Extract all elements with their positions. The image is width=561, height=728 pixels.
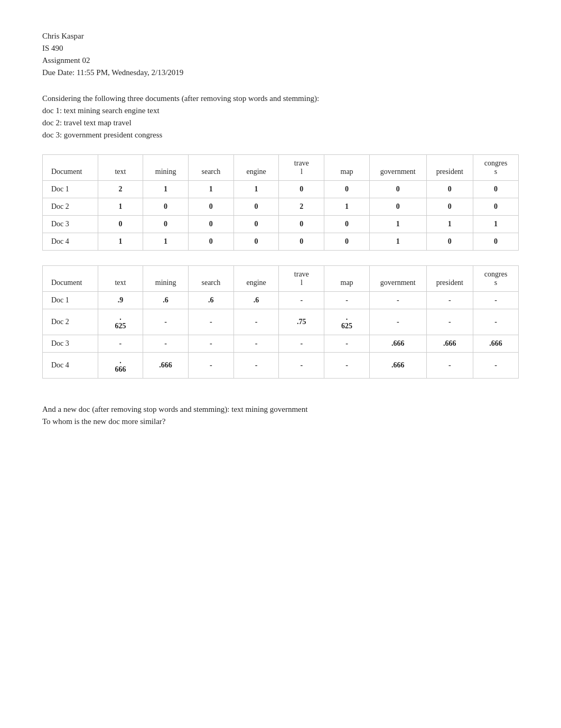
author-name: Chris Kaspar bbox=[42, 32, 519, 41]
table1-cell-0-6: 0 bbox=[324, 181, 370, 198]
table2-cell-0-9: - bbox=[473, 292, 519, 309]
table2-cell-1-1: .625 bbox=[98, 309, 143, 335]
table1-cell-3-1: 1 bbox=[98, 233, 143, 251]
table1-header-7: government bbox=[369, 155, 426, 181]
table1-cell-3-3: 0 bbox=[188, 233, 233, 251]
table2-section: Documenttextminingsearchenginetravelmapg… bbox=[42, 265, 519, 379]
table1-cell-3-2: 1 bbox=[143, 233, 189, 251]
table2-cell-3-0: Doc 4 bbox=[43, 353, 98, 379]
table1-header-6: map bbox=[324, 155, 370, 181]
table2-cell-2-4: - bbox=[233, 335, 279, 353]
intro-line4: doc 3: government president congress bbox=[42, 131, 519, 140]
table1-header-4: engine bbox=[233, 155, 279, 181]
table1-cell-0-7: 0 bbox=[369, 181, 426, 198]
table1-cell-1-7: 0 bbox=[369, 198, 426, 216]
table2-cell-1-0: Doc 2 bbox=[43, 309, 98, 335]
table2-cell-2-7: .666 bbox=[369, 335, 426, 353]
intro-line1: Considering the following three document… bbox=[42, 94, 519, 103]
table1-cell-1-9: 0 bbox=[473, 198, 519, 216]
table2-cell-3-3: - bbox=[188, 353, 233, 379]
table1-cell-2-6: 0 bbox=[324, 216, 370, 233]
table1-cell-2-3: 0 bbox=[188, 216, 233, 233]
table2-cell-2-1: - bbox=[98, 335, 143, 353]
table1-cell-0-0: Doc 1 bbox=[43, 181, 98, 198]
table2-cell-1-2: - bbox=[143, 309, 189, 335]
table2-row-1: Doc 2.625---.75.625--- bbox=[43, 309, 519, 335]
table1-header-2: mining bbox=[143, 155, 189, 181]
table2-cell-3-1: .666 bbox=[98, 353, 143, 379]
intro-line2: doc 1: text mining search engine text bbox=[42, 106, 519, 115]
footer-line2: To whom is the new doc more similar? bbox=[42, 417, 519, 426]
table1-cell-1-6: 1 bbox=[324, 198, 370, 216]
table2-cell-0-4: .6 bbox=[233, 292, 279, 309]
table1-cell-0-3: 1 bbox=[188, 181, 233, 198]
table2-header-8: president bbox=[426, 266, 473, 292]
table1: Documenttextminingsearchenginetravelmapg… bbox=[42, 154, 519, 251]
table1-section: Documenttextminingsearchenginetravelmapg… bbox=[42, 154, 519, 251]
table2-cell-2-0: Doc 3 bbox=[43, 335, 98, 353]
table2-cell-0-7: - bbox=[369, 292, 426, 309]
table2-cell-2-3: - bbox=[188, 335, 233, 353]
table2-cell-3-4: - bbox=[233, 353, 279, 379]
table1-header-3: search bbox=[188, 155, 233, 181]
table1-cell-3-5: 0 bbox=[279, 233, 324, 251]
table2-header-6: map bbox=[324, 266, 370, 292]
table2-cell-1-4: - bbox=[233, 309, 279, 335]
table2-cell-0-1: .9 bbox=[98, 292, 143, 309]
table1-cell-0-9: 0 bbox=[473, 181, 519, 198]
table2-cell-1-7: - bbox=[369, 309, 426, 335]
table2-header-5: travel bbox=[279, 266, 324, 292]
table1-cell-2-2: 0 bbox=[143, 216, 189, 233]
table1-cell-1-3: 0 bbox=[188, 198, 233, 216]
table1-cell-3-7: 1 bbox=[369, 233, 426, 251]
table2-header-1: text bbox=[98, 266, 143, 292]
table1-cell-0-8: 0 bbox=[426, 181, 473, 198]
table1-cell-3-0: Doc 4 bbox=[43, 233, 98, 251]
table2-cell-3-9: - bbox=[473, 353, 519, 379]
table1-cell-2-0: Doc 3 bbox=[43, 216, 98, 233]
table1-header-5: travel bbox=[279, 155, 324, 181]
table1-cell-2-9: 1 bbox=[473, 216, 519, 233]
table2-cell-0-8: - bbox=[426, 292, 473, 309]
table1-cell-0-1: 2 bbox=[98, 181, 143, 198]
table1-cell-1-1: 1 bbox=[98, 198, 143, 216]
table2-row-0: Doc 1.9.6.6.6----- bbox=[43, 292, 519, 309]
table2-header-7: government bbox=[369, 266, 426, 292]
table2-cell-3-6: - bbox=[324, 353, 370, 379]
table1-cell-1-4: 0 bbox=[233, 198, 279, 216]
table1-cell-2-8: 1 bbox=[426, 216, 473, 233]
table2-cell-3-5: - bbox=[279, 353, 324, 379]
table2-header-4: engine bbox=[233, 266, 279, 292]
table2-cell-1-8: - bbox=[426, 309, 473, 335]
table2-cell-1-3: - bbox=[188, 309, 233, 335]
header-section: Chris Kaspar IS 490 Assignment 02 Due Da… bbox=[42, 32, 519, 77]
table2-header-0: Document bbox=[43, 266, 98, 292]
intro-line3: doc 2: travel text map travel bbox=[42, 118, 519, 127]
footer-line1: And a new doc (after removing stop words… bbox=[42, 405, 519, 414]
table2-cell-3-2: .666 bbox=[143, 353, 189, 379]
table2-cell-2-5: - bbox=[279, 335, 324, 353]
table2-row-3: Doc 4.666.666----.666-- bbox=[43, 353, 519, 379]
table2-cell-0-5: - bbox=[279, 292, 324, 309]
table1-cell-2-5: 0 bbox=[279, 216, 324, 233]
table2-cell-2-8: .666 bbox=[426, 335, 473, 353]
table2-header-2: mining bbox=[143, 266, 189, 292]
table1-cell-1-8: 0 bbox=[426, 198, 473, 216]
table2-header-3: search bbox=[188, 266, 233, 292]
table2: Documenttextminingsearchenginetravelmapg… bbox=[42, 265, 519, 379]
table1-row-0: Doc 1211100000 bbox=[43, 181, 519, 198]
table2-cell-1-6: .625 bbox=[324, 309, 370, 335]
table2-cell-0-3: .6 bbox=[188, 292, 233, 309]
table2-cell-0-0: Doc 1 bbox=[43, 292, 98, 309]
table1-row-1: Doc 2100021000 bbox=[43, 198, 519, 216]
table2-cell-3-8: - bbox=[426, 353, 473, 379]
table1-header-8: president bbox=[426, 155, 473, 181]
intro-section: Considering the following three document… bbox=[42, 94, 519, 140]
table1-cell-3-9: 0 bbox=[473, 233, 519, 251]
table1-row-2: Doc 3000000111 bbox=[43, 216, 519, 233]
table1-header-0: Document bbox=[43, 155, 98, 181]
table2-cell-0-2: .6 bbox=[143, 292, 189, 309]
course: IS 490 bbox=[42, 44, 519, 53]
table1-cell-0-5: 0 bbox=[279, 181, 324, 198]
table1-cell-1-2: 0 bbox=[143, 198, 189, 216]
